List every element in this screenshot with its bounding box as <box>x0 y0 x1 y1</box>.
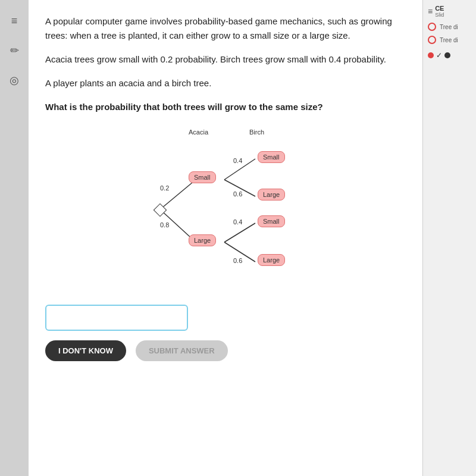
main-content: A popular computer game involves probabi… <box>29 0 422 476</box>
sidebar: ≡ ✏ ◎ <box>0 0 29 476</box>
tree-diagram: Acacia Birch Small Large Small Large Sma… <box>124 126 327 293</box>
menu-icon[interactable]: ≡ <box>5 12 23 30</box>
prob-0.6-bottom: 0.6 <box>233 257 242 264</box>
answer-input[interactable] <box>46 306 187 330</box>
tree-item-2-label: Tree di <box>440 37 458 43</box>
small-birch-bottom-node: Small <box>258 215 285 227</box>
prob-0.6-top: 0.6 <box>233 190 242 198</box>
answer-input-box[interactable] <box>45 305 188 331</box>
hamburger-icon[interactable]: ≡ <box>428 7 433 16</box>
question-text: What is the probability that both trees … <box>45 100 406 114</box>
right-panel-title: CE <box>435 5 444 12</box>
tree-active-row: ✓ <box>428 51 471 60</box>
large-birch-bottom-node: Large <box>258 254 285 266</box>
tree-item-2[interactable]: Tree di <box>428 36 471 44</box>
settings-icon[interactable]: ◎ <box>5 71 23 89</box>
svg-line-4 <box>224 223 255 242</box>
large-acacia-node: Large <box>189 234 216 246</box>
birch-header: Birch <box>249 129 264 136</box>
dont-know-button[interactable]: I DON'T KNOW <box>45 340 126 361</box>
small-birch-top-node: Small <box>258 151 285 163</box>
dark-dot <box>444 52 450 58</box>
right-panel: ≡ CE Slid Tree di Tree di ✓ <box>422 0 476 476</box>
prob-small: 0.2 <box>160 184 169 192</box>
prob-0.4-bottom: 0.4 <box>233 218 242 226</box>
tree-item-1-label: Tree di <box>440 24 458 30</box>
large-birch-top-node: Large <box>258 189 285 201</box>
prob-large: 0.8 <box>160 221 169 228</box>
edit-icon[interactable]: ✏ <box>5 42 23 60</box>
submit-button[interactable]: SUBMIT ANSWER <box>136 340 228 361</box>
tree-circle-2 <box>428 36 436 44</box>
paragraph1: A popular computer game involves probabi… <box>45 14 406 43</box>
paragraph3: A player plants an acacia and a birch tr… <box>45 76 406 90</box>
check-icon: ✓ <box>436 51 442 60</box>
question-bold-text: What is the probability that both trees … <box>45 102 323 112</box>
right-panel-header: ≡ CE Slid <box>428 5 471 18</box>
active-dot <box>428 52 434 58</box>
small-acacia-node: Small <box>189 171 216 183</box>
tree-item-1[interactable]: Tree di <box>428 23 471 31</box>
prob-0.4-top: 0.4 <box>233 157 242 164</box>
buttons-row: I DON'T KNOW SUBMIT ANSWER <box>45 340 406 361</box>
right-panel-subtitle: Slid <box>435 12 444 18</box>
acacia-header: Acacia <box>189 129 208 136</box>
tree-circle-1 <box>428 23 436 31</box>
paragraph2: Acacia trees grow small with 0.2 probabi… <box>45 52 406 67</box>
